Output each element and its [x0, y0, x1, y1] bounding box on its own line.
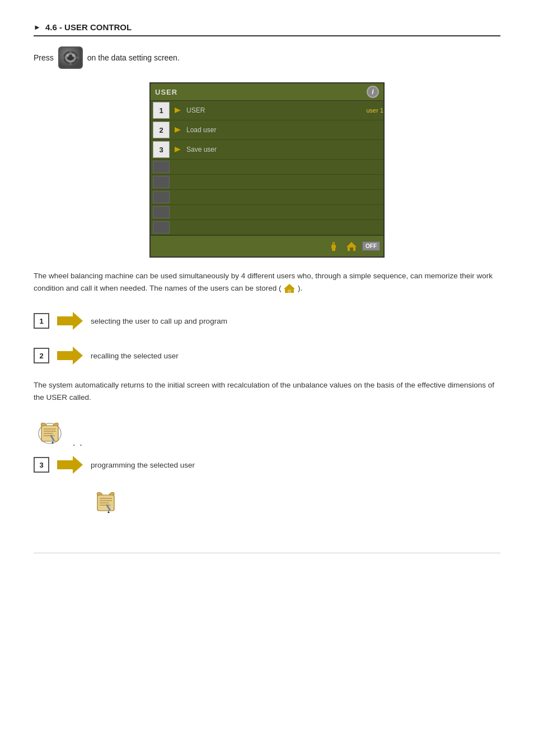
press-line: Press on the data setting screen. — [34, 46, 500, 69]
screen-row-2: 2 Load user — [151, 120, 383, 140]
svg-rect-4 — [69, 63, 72, 65]
heading-title: 4.6 - USER CONTROL — [45, 22, 132, 32]
svg-rect-5 — [62, 57, 64, 59]
scroll-icon-top: · · — [34, 419, 500, 450]
svg-rect-22 — [57, 351, 74, 360]
empty-num-6 — [153, 191, 170, 203]
item-row-3: 3 programming the selected user — [34, 454, 500, 476]
svg-marker-21 — [73, 312, 83, 330]
svg-rect-19 — [288, 290, 291, 293]
item-arrow-1 — [56, 310, 84, 332]
hand-scroll-icon-2 — [90, 488, 122, 517]
screen-empty-row-8 — [151, 220, 383, 235]
screen-row-1: 1 USER user 1 — [151, 101, 383, 120]
item-desc-3: programming the selected user — [91, 461, 195, 469]
row-arrow-2 — [172, 124, 184, 136]
press-suffix: on the data setting screen. — [87, 53, 180, 62]
row-arrow-3 — [172, 143, 184, 156]
scroll-dot-2: · — [79, 440, 82, 450]
item-num-3: 3 — [34, 457, 49, 473]
screen-title: USER — [155, 88, 177, 96]
svg-point-8 — [72, 54, 74, 57]
item-num-1: 1 — [34, 313, 49, 329]
middle-description: The system automatically returns to the … — [34, 379, 500, 403]
row-highlight-1: user 1 — [366, 107, 383, 114]
screen-empty-row-5 — [151, 175, 383, 190]
screen-bottom-bar: OFF — [151, 235, 383, 256]
svg-rect-14 — [334, 242, 335, 245]
row-label-2: Load user — [184, 126, 383, 134]
empty-num-8 — [153, 221, 170, 234]
item-row-1: 1 selecting the user to call up and prog… — [34, 310, 500, 332]
svg-marker-33 — [73, 456, 83, 474]
heading-bullet: ► — [34, 23, 41, 31]
scroll-dots: · — [73, 440, 75, 450]
row-label-3: Save user — [184, 146, 383, 153]
svg-rect-20 — [57, 316, 74, 325]
row-num-1: 1 — [153, 102, 170, 119]
svg-rect-13 — [332, 242, 334, 245]
item-arrow-3 — [56, 454, 84, 476]
screen-mockup: USER i 1 USER user 1 — [149, 82, 385, 258]
press-prefix: Press — [34, 53, 54, 62]
screen-title-bar: USER i — [151, 83, 383, 101]
off-button: OFF — [362, 241, 380, 251]
svg-marker-23 — [73, 347, 83, 365]
item-desc-1: selecting the user to call up and progra… — [91, 317, 227, 325]
svg-rect-6 — [77, 57, 79, 59]
svg-rect-3 — [69, 50, 72, 53]
row-num-2: 2 — [153, 122, 170, 138]
svg-point-7 — [66, 54, 69, 57]
scroll-icon-bottom — [90, 488, 500, 519]
page-separator — [34, 553, 500, 553]
svg-marker-11 — [175, 147, 181, 152]
row-arrow-1 — [172, 104, 184, 116]
empty-num-4 — [153, 161, 170, 173]
description-house-icon — [283, 283, 296, 294]
screen-container: USER i 1 USER user 1 — [34, 82, 500, 258]
svg-marker-10 — [175, 127, 181, 133]
section-heading: ► 4.6 - USER CONTROL — [34, 22, 500, 36]
screen-row-3: 3 Save user — [151, 140, 383, 160]
hand-scroll-icon-1 — [34, 419, 66, 448]
screen-rows: 1 USER user 1 2 — [151, 101, 383, 235]
description-paragraph: The wheel balancing machine can be used … — [34, 270, 500, 294]
screen-empty-row-6 — [151, 190, 383, 205]
house-icon — [344, 239, 359, 254]
empty-num-7 — [153, 206, 170, 218]
item-row-2: 2 recalling the selected user — [34, 344, 500, 367]
screen-empty-row-7 — [151, 205, 383, 220]
svg-rect-15 — [331, 245, 336, 249]
item-arrow-2 — [56, 344, 84, 367]
plug-icon — [326, 239, 341, 254]
row-label-1: USER — [184, 106, 362, 114]
row-num-3: 3 — [153, 141, 170, 158]
svg-marker-9 — [175, 108, 181, 113]
settings-icon-button — [58, 46, 83, 69]
screen-empty-row-4 — [151, 160, 383, 175]
item-num-2: 2 — [34, 348, 49, 363]
svg-rect-17 — [350, 248, 353, 251]
item-desc-2: recalling the selected user — [91, 352, 179, 360]
screen-info-button: i — [367, 86, 379, 98]
svg-rect-32 — [57, 460, 74, 469]
page-content: ► 4.6 - USER CONTROL Press on th — [0, 0, 534, 587]
empty-num-5 — [153, 176, 170, 188]
